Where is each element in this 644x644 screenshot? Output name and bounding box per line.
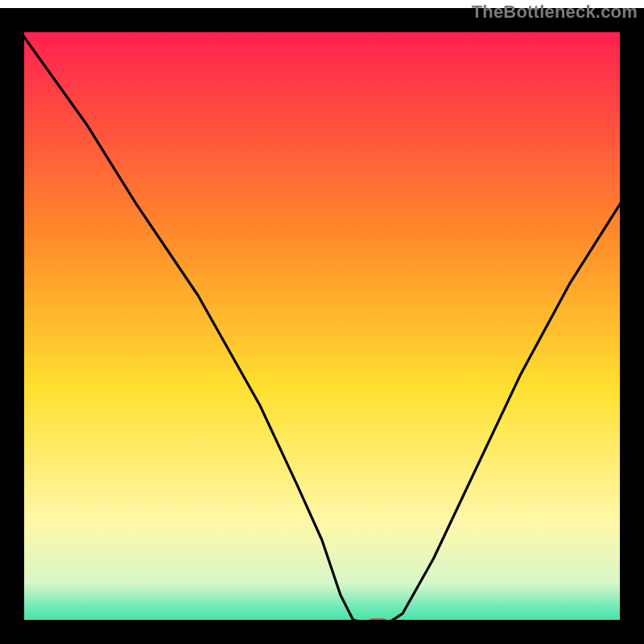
- chart-container: TheBottleneck.com: [0, 0, 644, 644]
- watermark-text: TheBottleneck.com: [472, 2, 638, 23]
- bottleneck-chart: [0, 0, 644, 644]
